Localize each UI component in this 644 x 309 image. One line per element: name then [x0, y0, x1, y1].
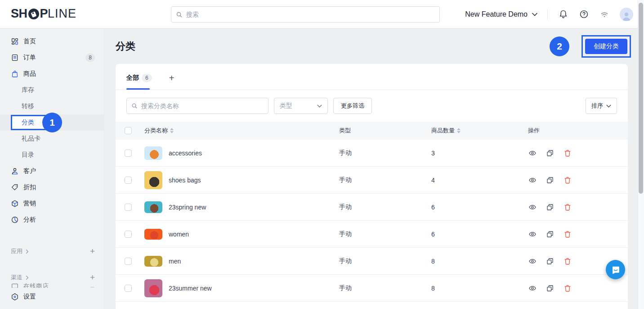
select-all-checkbox[interactable] [125, 127, 132, 134]
sidebar-item-label: 设置 [23, 293, 36, 301]
category-search[interactable] [126, 98, 268, 114]
sidebar-item-analytics[interactable]: 分析 [0, 212, 104, 228]
view-eye-icon[interactable] [528, 230, 537, 239]
tab-all-label: 全部 [126, 74, 139, 82]
sort-arrows-icon[interactable] [457, 128, 461, 133]
delete-icon[interactable] [563, 284, 572, 293]
view-eye-icon[interactable] [528, 149, 537, 158]
shopline-logo[interactable]: SH P LINE [11, 7, 76, 21]
delete-icon[interactable] [563, 149, 572, 158]
category-name[interactable]: women [169, 231, 189, 238]
avatar-person-icon [621, 10, 632, 21]
annotation-step-1: 1 [42, 113, 62, 132]
scrollbar-thumb[interactable] [639, 3, 643, 194]
page-scrollbar[interactable] [638, 0, 644, 309]
sidebar-section-apps[interactable]: 应用 + [0, 243, 104, 259]
sidebar: 首页订单8商品库存转移分类1礼品卡目录客户折扣营销分析 应用 +渠道 + 在线商… [0, 29, 104, 309]
global-search-input[interactable] [186, 11, 435, 18]
delete-icon[interactable] [563, 230, 572, 239]
delete-icon[interactable] [563, 203, 572, 212]
view-eye-icon[interactable] [528, 176, 537, 185]
product-count: 8 [431, 258, 528, 265]
sidebar-item-label: 商品 [23, 70, 36, 78]
add-tab-button[interactable]: + [169, 73, 174, 82]
messenger-icon [611, 265, 621, 275]
account-avatar[interactable] [620, 8, 633, 21]
sidebar-item-marketing[interactable]: 营销 [0, 195, 104, 212]
sidebar-item-label: 订单 [23, 54, 36, 62]
category-search-input[interactable] [141, 102, 264, 109]
network-status-button[interactable] [599, 9, 610, 20]
bell-icon [559, 9, 568, 19]
category-name[interactable]: 23spring new [169, 204, 206, 211]
row-checkbox[interactable] [125, 150, 132, 157]
sidebar-item-products[interactable]: 商品 [0, 66, 104, 82]
page-title: 分类 [116, 40, 135, 53]
table-row[interactable]: shoes bags手动4 [116, 167, 628, 194]
category-name[interactable]: 23summer new [169, 285, 212, 292]
row-checkbox[interactable] [125, 285, 132, 292]
view-eye-icon[interactable] [528, 284, 537, 293]
sidebar-item-online-store-partial[interactable]: 在线商店 – [0, 278, 104, 288]
product-count: 6 [431, 231, 528, 238]
gear-icon [11, 293, 19, 301]
sidebar-item-categories[interactable]: 分类1 [0, 114, 104, 131]
category-name[interactable]: accessories [169, 150, 202, 157]
bag-icon [11, 70, 19, 78]
duplicate-icon[interactable] [546, 257, 555, 266]
chat-launcher-button[interactable] [606, 260, 625, 279]
sidebar-item-inventory[interactable]: 库存 [0, 82, 104, 98]
category-name[interactable]: men [169, 258, 181, 265]
table-row[interactable]: women手动6 [116, 221, 628, 248]
row-checkbox[interactable] [125, 258, 132, 265]
category-thumbnail [144, 146, 162, 160]
logo-text-light: LINE [48, 7, 76, 21]
sidebar-item-gift-cards[interactable]: 礼品卡 [0, 131, 104, 147]
sidebar-item-settings[interactable]: 设置 [0, 288, 104, 305]
sidebar-item-catalog[interactable]: 目录 [0, 147, 104, 163]
more-filters-button[interactable]: 更多筛选 [333, 98, 372, 114]
type-filter-select[interactable]: 类型 [274, 98, 328, 114]
document-icon [11, 54, 19, 62]
category-thumbnail [144, 256, 162, 267]
view-eye-icon[interactable] [528, 257, 537, 266]
delete-icon[interactable] [563, 257, 572, 266]
view-eye-icon[interactable] [528, 203, 537, 212]
duplicate-icon[interactable] [546, 149, 555, 158]
sidebar-item-customers[interactable]: 客户 [0, 163, 104, 179]
table-row[interactable]: accessories手动3 [116, 140, 628, 167]
global-search[interactable] [171, 6, 440, 23]
duplicate-icon[interactable] [546, 284, 555, 293]
sort-arrows-icon[interactable] [170, 128, 174, 133]
collapse-icon: – [90, 283, 94, 288]
table-row[interactable]: men手动8 [116, 248, 628, 275]
sidebar-item-discounts[interactable]: 折扣 [0, 179, 104, 195]
pie-icon [11, 216, 19, 224]
column-header-name[interactable]: 分类名称 [144, 127, 168, 135]
help-button[interactable] [578, 9, 589, 20]
duplicate-icon[interactable] [546, 230, 555, 239]
tab-all[interactable]: 全部 6 [126, 74, 152, 82]
delete-icon[interactable] [563, 176, 572, 185]
duplicate-icon[interactable] [546, 176, 555, 185]
column-header-qty[interactable]: 商品数量 [431, 127, 455, 135]
sidebar-item-home[interactable]: 首页 [0, 33, 104, 50]
table-row[interactable]: 23summer new手动8 [116, 275, 628, 302]
sidebar-item-transfer[interactable]: 转移 [0, 98, 104, 114]
category-type: 手动 [339, 284, 431, 292]
sort-button[interactable]: 排序 [586, 98, 617, 114]
sidebar-item-label: 客户 [23, 167, 36, 175]
chevron-right-icon [25, 248, 29, 255]
sidebar-item-orders[interactable]: 订单8 [0, 50, 104, 66]
table-row[interactable]: 23spring new手动6 [116, 194, 628, 221]
duplicate-icon[interactable] [546, 203, 555, 212]
help-icon [579, 9, 589, 19]
notifications-button[interactable] [558, 9, 568, 20]
category-name[interactable]: shoes bags [169, 177, 201, 184]
add-apps-button[interactable]: + [90, 246, 95, 256]
row-checkbox[interactable] [125, 231, 132, 238]
create-category-button[interactable]: 创建分类 [585, 39, 627, 54]
row-checkbox[interactable] [125, 204, 132, 211]
row-checkbox[interactable] [125, 177, 132, 184]
store-switcher[interactable]: New Feature Demo [465, 10, 537, 18]
